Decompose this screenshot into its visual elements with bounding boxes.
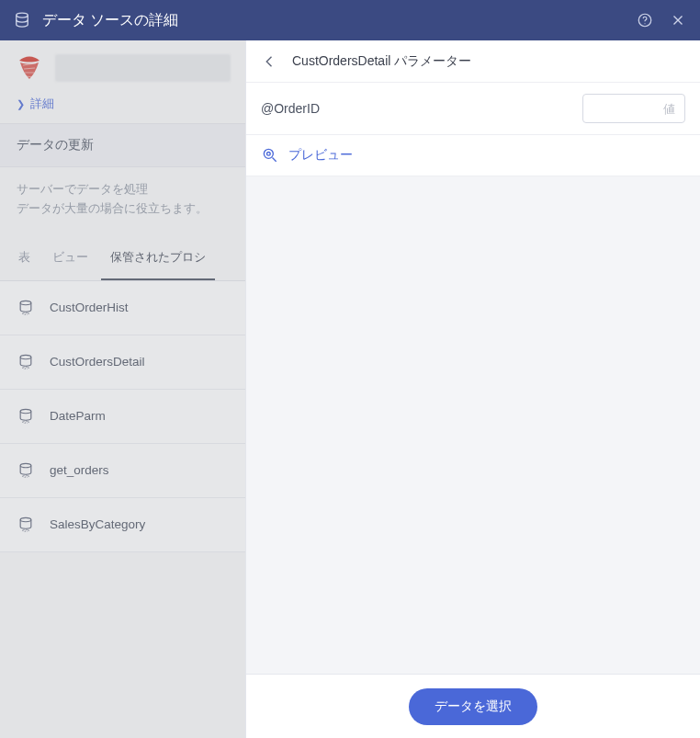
object-type-tabs: 表 ビュー 保管されたプロシ [0, 236, 245, 281]
panel-body-empty [246, 176, 700, 674]
select-data-button[interactable]: データを選択 [409, 688, 537, 725]
panel-header: CustOrdersDetail パラメーター [246, 40, 700, 83]
stored-proc-icon: </> [17, 461, 35, 480]
details-link[interactable]: ❯ 詳細 [0, 90, 245, 123]
panel-title: CustOrdersDetail パラメーター [292, 53, 471, 70]
list-item-label: CustOrderHist [50, 301, 129, 314]
svg-point-3 [20, 301, 31, 304]
svg-point-13 [264, 149, 273, 158]
titlebar: データ ソースの詳細 [0, 0, 700, 40]
refresh-desc-line1: サーバーでデータを処理 [17, 180, 229, 199]
list-item[interactable]: </> get_orders [0, 444, 245, 498]
stored-proc-icon: </> [17, 299, 35, 317]
list-item[interactable]: </> SalesByCategory [0, 498, 245, 552]
preview-label: プレビュー [288, 147, 353, 164]
list-item[interactable]: </> DateParm [0, 390, 245, 444]
refresh-desc-line2: データが大量の場合に役立ちます。 [17, 199, 229, 219]
main-area: ❯ 詳細 データの更新 サーバーでデータを処理 データが大量の場合に役立ちます。… [0, 40, 700, 738]
refresh-section-description: サーバーでデータを処理 データが大量の場合に役立ちます。 [0, 167, 245, 236]
database-icon [13, 11, 31, 29]
svg-point-14 [267, 153, 271, 156]
window-title: データ ソースの詳細 [42, 11, 621, 30]
svg-point-9 [20, 463, 31, 467]
list-item-label: CustOrdersDetail [50, 355, 145, 369]
tab-views[interactable]: ビュー [43, 236, 97, 280]
parameter-name: @OrderID [261, 101, 573, 116]
stored-proc-icon: </> [17, 407, 35, 426]
svg-point-7 [20, 409, 31, 413]
procedure-list: </> CustOrderHist </> CustOrdersDetail [0, 281, 245, 739]
preview-icon [261, 146, 279, 165]
refresh-section-header: データの更新 [0, 123, 245, 167]
parameter-row: @OrderID [246, 83, 700, 135]
left-pane: ❯ 詳細 データの更新 サーバーでデータを処理 データが大量の場合に役立ちます。… [0, 40, 246, 738]
svg-text:</>: </> [22, 419, 30, 425]
svg-text:</>: </> [22, 365, 30, 370]
svg-text:</>: </> [22, 528, 30, 533]
stored-proc-icon: </> [17, 516, 35, 534]
details-link-label: 詳細 [30, 96, 54, 112]
svg-text:</>: </> [22, 311, 30, 316]
list-item[interactable]: </> CustOrderHist [0, 281, 245, 335]
svg-point-11 [20, 517, 31, 521]
svg-point-2 [644, 23, 645, 24]
list-item[interactable]: </> CustOrdersDetail [0, 335, 245, 390]
footer-bar: データを選択 [246, 674, 700, 738]
source-header [0, 40, 245, 90]
right-pane: CustOrdersDetail パラメーター @OrderID プレビュー デ… [246, 40, 700, 738]
list-item-label: DateParm [50, 409, 106, 423]
svg-point-0 [17, 13, 28, 17]
svg-text:</>: </> [22, 473, 30, 479]
parameter-value-input[interactable] [582, 94, 685, 123]
sqlserver-logo-icon [15, 53, 44, 83]
svg-point-5 [20, 355, 31, 358]
tab-tables[interactable]: 表 [9, 236, 40, 280]
help-icon[interactable] [636, 11, 654, 29]
chevron-right-icon: ❯ [17, 98, 25, 110]
tab-stored-procedures[interactable]: 保管されたプロシ [101, 236, 215, 280]
close-icon[interactable] [669, 11, 687, 29]
list-item-label: get_orders [50, 463, 109, 477]
source-name-redacted [55, 54, 231, 82]
preview-button[interactable]: プレビュー [246, 135, 700, 176]
stored-proc-icon: </> [17, 353, 35, 371]
list-item-label: SalesByCategory [50, 517, 145, 531]
back-button[interactable] [261, 52, 279, 71]
